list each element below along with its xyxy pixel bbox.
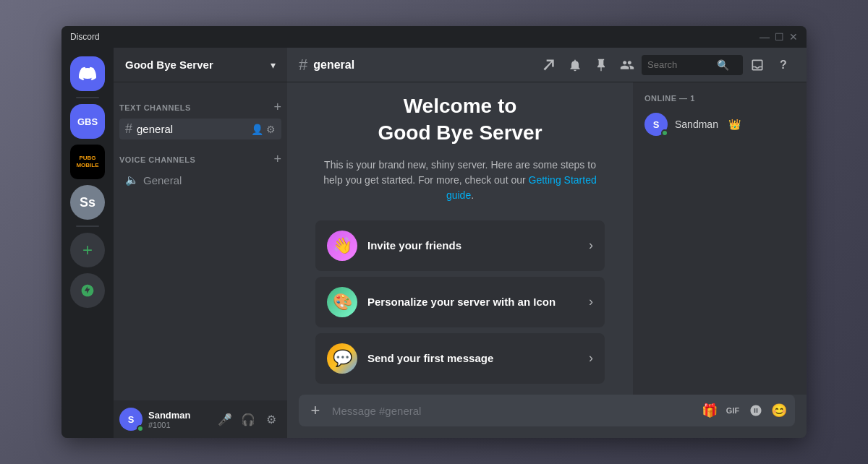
gif-button[interactable]: GIF	[723, 400, 743, 421]
speaker-icon: 🔈	[125, 173, 139, 186]
search-bar[interactable]: 🔍	[642, 55, 743, 75]
channel-action-icons: 👤 ⚙	[251, 124, 276, 135]
voice-channels-label: VOICE CHANNELS	[119, 155, 195, 164]
mute-microphone-button[interactable]: 🎤	[215, 409, 235, 429]
notifications-button[interactable]	[563, 53, 587, 77]
sticker-button[interactable]	[746, 400, 766, 421]
settings-icon[interactable]: ⚙	[266, 124, 276, 135]
window-controls: — ☐ ✕	[760, 33, 798, 41]
channel-hash-icon: #	[125, 121, 132, 137]
invite-friends-arrow: ›	[589, 238, 593, 253]
server-divider	[76, 97, 99, 98]
server-icon-discord[interactable]	[70, 56, 105, 91]
personalize-server-label: Personalize your server with an Icon	[367, 296, 579, 308]
server-icon-ss[interactable]: Ss	[70, 185, 105, 220]
getting-started-link[interactable]: Getting Started guide	[446, 174, 597, 201]
send-message-arrow: ›	[589, 351, 593, 366]
add-text-channel-button[interactable]: +	[273, 100, 281, 115]
send-message-icon: 💬	[327, 343, 357, 374]
gift-button[interactable]: 🎁	[699, 400, 720, 421]
add-voice-channel-button[interactable]: +	[273, 152, 281, 167]
message-actions: 🎁 GIF 😊	[699, 400, 789, 421]
help-button[interactable]: ?	[772, 53, 795, 77]
server-header[interactable]: Good Bye Server ▾	[114, 48, 287, 82]
text-channels-label: TEXT CHANNELS	[119, 103, 191, 112]
text-channels-category: TEXT CHANNELS +	[114, 88, 287, 118]
welcome-description: This is your brand new, shiny server. He…	[315, 158, 605, 203]
personalize-server-arrow: ›	[589, 294, 593, 309]
emoji-button[interactable]: 😊	[769, 400, 789, 421]
server-add-button[interactable]: +	[70, 233, 105, 267]
member-online-status	[661, 129, 668, 137]
channel-list: TEXT CHANNELS + # general 👤 ⚙ VOICE CHAN…	[114, 82, 287, 400]
user-controls: 🎤 🎧 ⚙	[215, 409, 281, 429]
voice-channel-name: General	[143, 174, 182, 186]
inbox-button[interactable]	[746, 53, 769, 77]
members-sidebar: ONLINE — 1 S Sandman 👑	[633, 82, 807, 395]
action-list: 👋 Invite your friends › 🎨 Person	[315, 220, 605, 384]
add-member-icon[interactable]: 👤	[251, 124, 263, 135]
user-status-indicator	[137, 425, 144, 432]
username: Sandman	[148, 410, 209, 421]
close-button[interactable]: ✕	[789, 33, 798, 41]
member-avatar-initial: S	[653, 119, 660, 130]
user-avatar: S	[119, 408, 142, 431]
server-divider-2	[76, 225, 99, 227]
message-input-area: + 🎁 GIF 😊	[287, 395, 807, 438]
maximize-button[interactable]: ☐	[775, 33, 783, 41]
voice-channel-general[interactable]: 🔈 General	[119, 171, 281, 189]
minimize-button[interactable]: —	[760, 33, 769, 41]
invite-friends-icon: 👋	[327, 231, 357, 261]
invite-friends-label: Invite your friends	[367, 239, 579, 252]
send-message-label: Send your first message	[367, 352, 579, 364]
welcome-title: Welcome toGood Bye Server	[315, 93, 605, 146]
deafen-headphones-button[interactable]: 🎧	[238, 409, 258, 429]
user-panel: S Sandman #1001 🎤 🎧 ⚙	[114, 400, 287, 438]
member-name-sandman: Sandman	[675, 119, 718, 130]
member-item-sandman[interactable]: S Sandman 👑	[639, 108, 801, 140]
server-icon-pubg[interactable]: PUBGMOBILE	[70, 145, 105, 179]
online-members-label: ONLINE — 1	[639, 94, 801, 103]
user-tag: #1001	[148, 421, 209, 429]
server-dropdown-arrow: ▾	[271, 59, 276, 71]
channel-header: # general	[287, 48, 807, 82]
channel-sidebar: Good Bye Server ▾ TEXT CHANNELS + # gene…	[114, 48, 287, 438]
voice-channels-category: VOICE CHANNELS +	[114, 140, 287, 170]
search-icon: 🔍	[717, 59, 729, 71]
member-badge-crown: 👑	[728, 119, 741, 130]
main-content: # general	[287, 48, 807, 438]
threads-button[interactable]	[537, 53, 561, 77]
title-bar-text: Discord	[70, 32, 760, 42]
message-input-bar: + 🎁 GIF 😊	[299, 395, 795, 426]
channel-item-general[interactable]: # general 👤 ⚙	[119, 119, 281, 139]
content-area: Welcome toGood Bye Server This is your b…	[287, 82, 807, 395]
action-invite-friends[interactable]: 👋 Invite your friends ›	[315, 220, 605, 271]
messages-area: Welcome toGood Bye Server This is your b…	[287, 82, 633, 395]
message-input[interactable]	[332, 405, 694, 417]
discord-window: Discord — ☐ ✕ GBS PUBGMOBILE	[61, 26, 807, 438]
user-info: Sandman #1001	[148, 410, 209, 429]
user-settings-button[interactable]: ⚙	[261, 409, 281, 429]
search-input[interactable]	[647, 59, 712, 70]
header-actions: 🔍 ?	[537, 53, 795, 77]
pinned-messages-button[interactable]	[590, 53, 613, 77]
server-explore-button[interactable]	[70, 273, 105, 308]
user-avatar-initial: S	[128, 414, 135, 425]
server-list: GBS PUBGMOBILE Ss +	[61, 48, 114, 438]
discord-body: GBS PUBGMOBILE Ss + Good Bye	[61, 48, 807, 438]
server-name: Good Bye Server	[125, 59, 213, 71]
title-bar: Discord — ☐ ✕	[61, 26, 807, 48]
action-personalize-server[interactable]: 🎨 Personalize your server with an Icon ›	[315, 277, 605, 327]
personalize-server-icon: 🎨	[327, 287, 357, 317]
welcome-card: Welcome toGood Bye Server This is your b…	[315, 93, 605, 384]
channel-header-hash-icon: #	[299, 56, 307, 74]
member-avatar-sandman: S	[644, 113, 668, 136]
channel-header-name: general	[313, 59, 354, 72]
action-send-message[interactable]: 💬 Send your first message ›	[315, 333, 605, 384]
members-list-button[interactable]	[616, 53, 639, 77]
channel-name-general: general	[137, 123, 247, 135]
message-attach-button[interactable]: +	[305, 400, 326, 421]
server-icon-gbs[interactable]: GBS	[70, 104, 105, 139]
